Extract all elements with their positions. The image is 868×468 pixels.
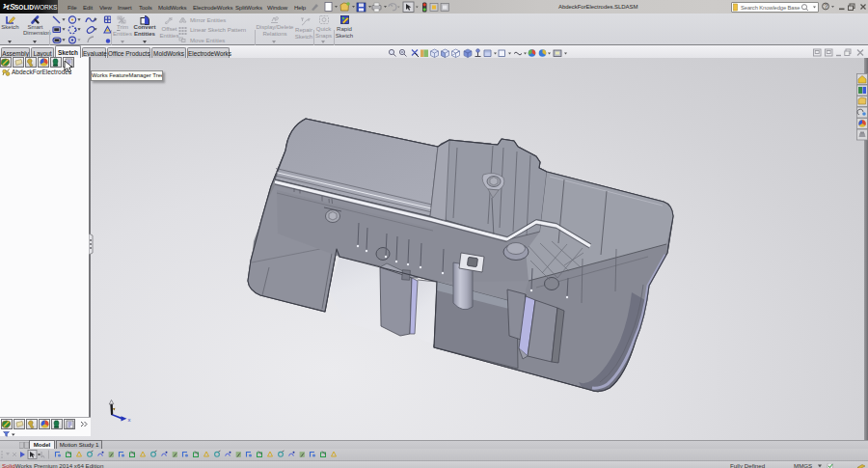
svg-text:x: x <box>128 417 131 423</box>
